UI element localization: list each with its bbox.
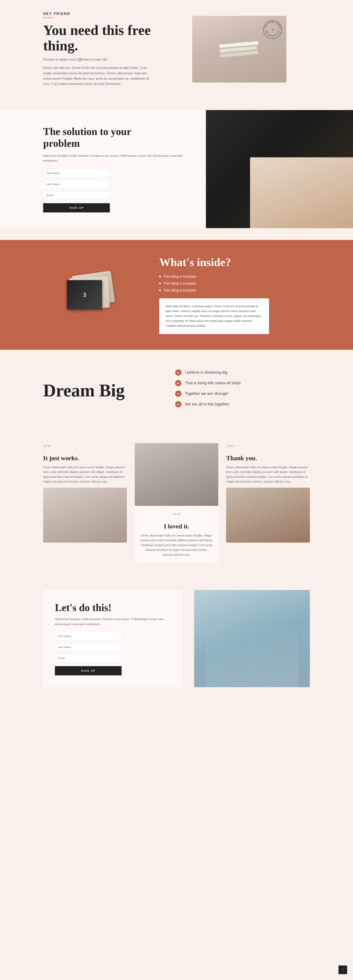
solution-image-overlay <box>250 158 353 228</box>
center-testimonial-bottom: ““ I loved it. Donec ullamcorper nulla n… <box>135 506 218 563</box>
inside-list: This thing is included This thing is inc… <box>159 275 310 293</box>
email-group <box>43 191 190 199</box>
left-testimonial-image <box>43 488 127 542</box>
dream-title: Dream Big <box>43 380 156 401</box>
center-testimonial-image <box>135 443 218 506</box>
circular-badge: THE FREE DOWNLOAD FOR GROWING BUSINESSES <box>263 20 282 40</box>
right-testimonial-title: Thank you. <box>226 455 310 462</box>
dream-check-3 <box>175 391 181 397</box>
inside-title: What's inside? <box>159 256 310 269</box>
inside-list-item-3: This thing is included <box>159 288 310 293</box>
inside-section: 3 What's inside? This thing is included … <box>0 240 353 350</box>
cta-left: Let's do this! Maecenas faucibus mollis … <box>43 590 182 687</box>
dream-check-1 <box>175 369 181 375</box>
inside-right: What's inside? This thing is included Th… <box>159 256 310 334</box>
center-quote-mark: ““ <box>140 511 213 521</box>
tablet-number: 3 <box>83 291 86 298</box>
solution-right <box>206 110 353 228</box>
solution-title-line1: The solution to your <box>43 126 131 137</box>
left-testimonial-title: It just works. <box>43 455 127 462</box>
testimonial-left: ““ It just works. Donec ullamcorper null… <box>43 443 127 546</box>
dream-item-label-3: Together we are stronger <box>185 391 229 396</box>
book-stack <box>219 41 259 57</box>
hero-title-line2: thing. <box>43 38 78 54</box>
email-input[interactable] <box>43 191 110 199</box>
left-quote-mark: ““ <box>43 443 127 453</box>
solution-signup-button[interactable]: SIGN UP <box>43 203 110 212</box>
cta-image-person <box>206 619 298 687</box>
svg-point-3 <box>272 29 273 30</box>
last-name-group <box>43 180 190 188</box>
inside-item-label-1: This thing is included <box>163 275 196 279</box>
first-name-group <box>43 169 190 177</box>
dream-list-item-1: I believe in dreaming big <box>175 369 310 375</box>
hero-title-line1: You need this free <box>43 22 151 38</box>
hero-subtitle: I'm here to make a real difference to yo… <box>43 57 153 62</box>
inside-list-item-1: This thing is included <box>159 275 310 279</box>
cta-email-group <box>55 654 171 662</box>
last-name-input[interactable] <box>43 180 110 188</box>
hero-right: THE FREE DOWNLOAD FOR GROWING BUSINESSES <box>169 16 310 83</box>
testimonial-right: ““ Thank you. Donec ullamcorper nulla no… <box>226 443 310 546</box>
dream-list-item-3: Together we are stronger <box>175 391 310 397</box>
inside-list-item-2: This thing is included <box>159 282 310 286</box>
cta-section: Let's do this! Maecenas faucibus mollis … <box>0 578 353 699</box>
solution-title: The solution to your problem <box>43 126 190 149</box>
cta-first-name-group <box>55 632 171 640</box>
dream-item-label-4: We are all in this together <box>185 402 229 406</box>
inside-item-label-3: This thing is included <box>163 288 196 293</box>
dream-section: Dream Big I believe in dreaming big That… <box>0 350 353 431</box>
center-testimonial-title: I loved it. <box>140 523 213 530</box>
cta-last-name-input[interactable] <box>55 643 122 651</box>
dream-check-2 <box>175 380 181 386</box>
hero-title: You need this free thing. <box>43 22 153 54</box>
solution-body: Maecenas faucibus mollis interdum. Aenea… <box>43 153 190 163</box>
dream-list: I believe in dreaming big That a rising … <box>175 369 310 412</box>
inside-quote-text: Nulla vitae elit libero, a pharetra augu… <box>165 304 263 329</box>
dream-list-item-4: We are all in this together <box>175 401 310 407</box>
hero-tag-line <box>43 18 53 18</box>
inside-quote-box: Nulla vitae elit libero, a pharetra augu… <box>159 298 269 334</box>
cta-title: Let's do this! <box>55 602 171 613</box>
dream-list-item-2: That a rising tide raises all ships <box>175 380 310 386</box>
tablet-front: 3 <box>67 280 102 310</box>
dream-check-4 <box>175 401 181 407</box>
solution-section: The solution to your problem Maecenas fa… <box>0 110 353 228</box>
hero-tag: HEY FRIEND <box>43 12 153 16</box>
testimonial-center: ““ I loved it. Donec ullamcorper nulla n… <box>135 443 218 563</box>
testimonials-section: ““ It just works. Donec ullamcorper null… <box>0 431 353 579</box>
tablet-mockup: 3 <box>66 273 121 317</box>
dream-item-label-1: I believe in dreaming big <box>185 370 227 375</box>
svg-text:THE FREE DOWNLOAD: THE FREE DOWNLOAD <box>263 20 281 29</box>
cta-email-input[interactable] <box>55 654 122 662</box>
hero-section: HEY FRIEND You need this free thing. I'm… <box>0 0 353 98</box>
cta-first-name-input[interactable] <box>55 632 122 640</box>
solution-title-line2: problem <box>43 138 80 149</box>
inside-item-label-2: This thing is included <box>163 282 196 286</box>
right-testimonial-image <box>226 488 310 542</box>
center-testimonial-body: Donec ullamcorper nulla non metus auctor… <box>140 533 213 557</box>
first-name-input[interactable] <box>43 169 110 177</box>
cta-signup-button[interactable]: SIGN UP <box>55 666 122 675</box>
cta-right <box>194 590 310 687</box>
cta-image <box>194 590 310 687</box>
dream-item-label-2: That a rising tide raises all ships <box>185 381 241 385</box>
inside-bullet-3 <box>159 290 161 291</box>
cta-form: SIGN UP <box>55 632 171 675</box>
hero-body: Donec sed odio dui. Donec id elit non mi… <box>43 65 153 86</box>
left-testimonial-body: Donec ullamcorper nulla non metus auctor… <box>43 465 127 484</box>
hero-left: HEY FRIEND You need this free thing. I'm… <box>43 12 153 86</box>
right-testimonial-body: Donec ullamcorper nulla non metus auctor… <box>226 465 310 484</box>
inside-left: 3 <box>43 273 143 317</box>
right-quote-mark: ““ <box>226 443 310 453</box>
solution-image <box>206 110 353 228</box>
inside-bullet-1 <box>159 276 161 277</box>
testimonials-grid: ““ It just works. Donec ullamcorper null… <box>43 443 310 563</box>
solution-form: SIGN UP <box>43 169 190 212</box>
inside-bullet-2 <box>159 283 161 284</box>
cta-body: Maecenas faucibus mollis interdum. Aenea… <box>55 617 171 627</box>
cta-last-name-group <box>55 643 171 651</box>
hero-image: THE FREE DOWNLOAD FOR GROWING BUSINESSES <box>192 16 286 83</box>
solution-left: The solution to your problem Maecenas fa… <box>0 110 206 228</box>
